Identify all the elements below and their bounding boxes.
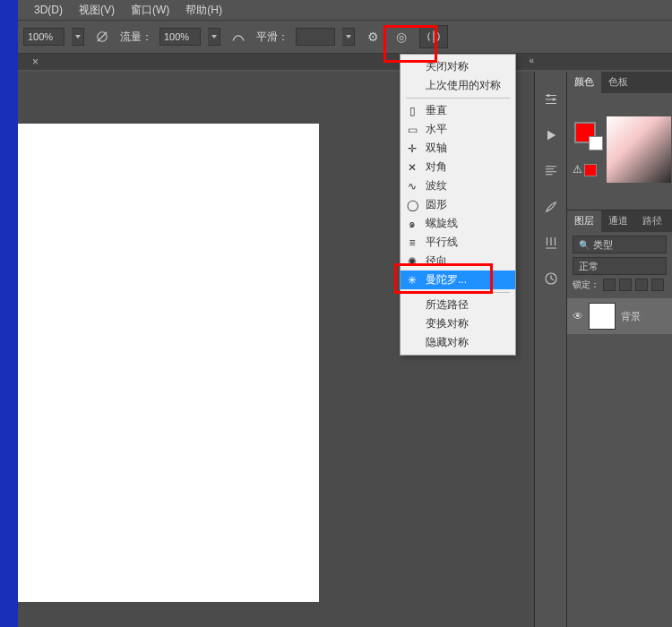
parallel-icon: ≡ <box>406 236 418 249</box>
smooth-field[interactable] <box>296 28 335 46</box>
right-panels: 颜色 色板 图层 通道 路径 类型 正常 锁定： <box>566 72 672 627</box>
sym-dual-label: 双轴 <box>426 141 447 156</box>
color-panel-tabs: 颜色 色板 <box>567 72 672 93</box>
color-picker-gradient[interactable] <box>607 116 671 183</box>
sym-last[interactable]: 上次使用的对称 <box>401 76 515 95</box>
flow-dropdown-icon[interactable] <box>208 28 220 46</box>
wavy-icon: ∿ <box>406 180 418 193</box>
menubar: 3D(D) 视图(V) 窗口(W) 帮助(H) <box>18 0 672 20</box>
layers-panel: 图层 通道 路径 类型 正常 锁定： <box>567 210 672 627</box>
symmetry-dropdown: 关闭对称 上次使用的对称 ▯垂直 ▭水平 ✛双轴 ✕对角 ∿波纹 ◯圆形 ๑螺旋… <box>400 54 516 356</box>
airbrush-icon[interactable] <box>228 26 249 47</box>
spiral-icon: ๑ <box>406 218 418 230</box>
sym-spiral[interactable]: ๑螺旋线 <box>401 214 515 233</box>
sym-wavy[interactable]: ∿波纹 <box>401 176 515 195</box>
sym-mandala[interactable]: ✳曼陀罗... <box>401 271 515 289</box>
sym-close[interactable]: 关闭对称 <box>401 57 515 76</box>
sym-radial-label: 径向 <box>426 253 447 269</box>
menu-3d[interactable]: 3D(D) <box>34 4 63 16</box>
sym-selected-path[interactable]: 所选路径 <box>401 296 515 314</box>
sym-wavy-label: 波纹 <box>426 178 447 193</box>
horizontal-icon: ▭ <box>406 124 418 136</box>
flow-label: 流量： <box>120 30 152 45</box>
separator <box>406 98 510 99</box>
collapsed-dock <box>534 72 566 627</box>
lock-row: 锁定： <box>573 279 667 291</box>
tab-swatches[interactable]: 色板 <box>601 72 635 93</box>
svg-point-2 <box>552 99 555 101</box>
lock-label: 锁定： <box>573 279 599 291</box>
smooth-dropdown-icon[interactable] <box>342 28 355 46</box>
options-bar: 100% 流量： 100% 平滑： <box>18 20 672 54</box>
background-swatch[interactable] <box>589 136 603 150</box>
canvas[interactable] <box>18 124 319 602</box>
sym-transform[interactable]: 变换对称 <box>401 314 515 333</box>
sym-radial[interactable]: ✺径向 <box>401 252 515 271</box>
sym-circle-label: 圆形 <box>426 197 447 212</box>
tab-close-icon[interactable]: × <box>27 56 44 68</box>
tab-channels[interactable]: 通道 <box>601 210 635 232</box>
sym-parallel-label: 平行线 <box>426 235 458 250</box>
dock-brush-icon[interactable] <box>541 197 561 217</box>
radial-icon: ✺ <box>406 255 418 268</box>
flow-field[interactable]: 100% <box>159 28 201 46</box>
sym-vertical-label: 垂直 <box>426 103 447 118</box>
mandala-icon: ✳ <box>406 274 418 287</box>
opacity-field[interactable]: 100% <box>23 28 65 46</box>
svg-point-1 <box>547 94 549 97</box>
lock-position-icon[interactable] <box>635 279 648 291</box>
lock-all-icon[interactable] <box>651 279 664 291</box>
menu-help[interactable]: 帮助(H) <box>185 3 222 18</box>
sym-parallel[interactable]: ≡平行线 <box>401 233 515 252</box>
layer-row-background[interactable]: 背景 <box>567 298 672 334</box>
menu-window[interactable]: 窗口(W) <box>131 3 169 18</box>
tab-layers[interactable]: 图层 <box>567 210 601 232</box>
tab-color[interactable]: 颜色 <box>567 72 601 93</box>
menu-view[interactable]: 视图(V) <box>79 3 115 18</box>
dock-history-icon[interactable] <box>541 269 561 288</box>
gear-icon[interactable] <box>362 26 383 47</box>
lock-pixels-icon[interactable] <box>619 279 632 291</box>
layer-name: 背景 <box>621 310 641 323</box>
sym-dual[interactable]: ✛双轴 <box>401 139 515 158</box>
workspace: 颜色 色板 图层 通道 路径 类型 正常 锁定： <box>18 72 672 627</box>
dock-brushset-icon[interactable] <box>541 233 561 253</box>
sym-diagonal-label: 对角 <box>426 159 447 175</box>
gamut-swatch <box>584 164 597 176</box>
symmetry-button[interactable] <box>419 25 448 48</box>
app-frame: 3D(D) 视图(V) 窗口(W) 帮助(H) 100% 流量： 100% 平滑… <box>18 0 672 627</box>
sym-circle[interactable]: ◯圆形 <box>401 195 515 214</box>
dock-adjustments-icon[interactable] <box>541 90 561 109</box>
dock-play-icon[interactable] <box>541 125 561 145</box>
sym-diagonal[interactable]: ✕对角 <box>401 158 515 176</box>
pressure-size-icon[interactable] <box>391 26 412 47</box>
dual-axis-icon: ✛ <box>406 142 418 155</box>
layer-thumbnail[interactable] <box>589 303 616 330</box>
sym-mandala-label: 曼陀罗... <box>426 272 467 288</box>
tab-paths[interactable]: 路径 <box>635 210 669 232</box>
circle-icon: ◯ <box>406 199 418 211</box>
separator <box>406 292 510 293</box>
pressure-opacity-icon[interactable] <box>91 26 113 47</box>
lock-transparency-icon[interactable] <box>603 279 616 291</box>
sym-vertical[interactable]: ▯垂直 <box>401 101 515 120</box>
color-panel <box>567 93 672 210</box>
gamut-warning-icon[interactable] <box>573 163 597 176</box>
layers-panel-tabs: 图层 通道 路径 <box>567 210 672 232</box>
sym-hide[interactable]: 隐藏对称 <box>401 333 515 352</box>
diagonal-icon: ✕ <box>406 161 418 174</box>
smooth-label: 平滑： <box>256 30 289 45</box>
visibility-eye-icon[interactable] <box>573 310 583 322</box>
collapse-chevrons-icon[interactable]: « <box>529 56 534 65</box>
vertical-icon: ▯ <box>406 105 418 117</box>
sym-spiral-label: 螺旋线 <box>426 216 458 231</box>
dock-paragraph-icon[interactable] <box>541 161 561 181</box>
document-tabbar: × <box>18 54 672 70</box>
sym-horizontal-label: 水平 <box>426 122 447 137</box>
blend-mode-dropdown[interactable]: 正常 <box>573 257 667 275</box>
opacity-dropdown-icon[interactable] <box>72 28 84 46</box>
layer-controls: 类型 正常 锁定： <box>567 232 672 295</box>
layer-type-filter[interactable]: 类型 <box>573 236 667 253</box>
sym-horizontal[interactable]: ▭水平 <box>401 120 515 139</box>
